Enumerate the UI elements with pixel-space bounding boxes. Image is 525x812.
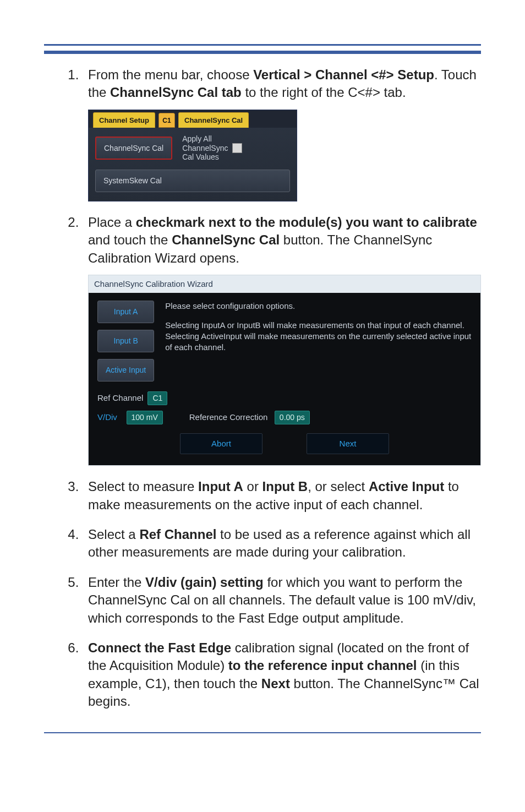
ref-channel-label: Ref Channel (97, 393, 143, 404)
wizard-instructions: Please select configuration options. Sel… (165, 301, 472, 382)
step5-bold1: V/div (gain) setting (145, 575, 264, 590)
step2-bold1: checkmark next to the module(s) you want… (136, 215, 477, 230)
step4-bold1: Ref Channel (139, 527, 216, 542)
systemskew-cal-button[interactable]: SystemSkew Cal (95, 170, 290, 192)
next-button[interactable]: Next (307, 433, 389, 454)
step2-prefix: Place a (88, 215, 136, 230)
tab-channelsync-cal[interactable]: ChannelSync Cal (178, 112, 249, 128)
tab-row: Channel Setup C1 ChannelSync Cal (89, 110, 297, 128)
step6-bold1: Connect the Fast Edge (88, 640, 231, 655)
step6-bold2: to the reference input channel (228, 658, 417, 673)
step4-prefix: Select a (88, 527, 139, 542)
wizard-line2: Selecting InputA or InputB will make mea… (165, 320, 472, 331)
ref-channel-value[interactable]: C1 (147, 391, 167, 405)
tab-c1[interactable]: C1 (158, 113, 175, 128)
apply-all-label-1: Apply All (182, 134, 228, 144)
step2-bold2: ChannelSync Cal (172, 232, 280, 247)
channelsync-cal-button[interactable]: ChannelSync Cal (95, 137, 172, 160)
wizard-title: ChannelSync Calibration Wizard (89, 275, 480, 293)
step3-mid2: , or select (308, 479, 369, 494)
step3-bold3: Active Input (369, 479, 444, 494)
step1-bold1: Vertical > Channel <#> Setup (253, 67, 434, 82)
tab-channel-setup[interactable]: Channel Setup (93, 112, 155, 128)
step1-prefix: From the menu bar, choose (88, 67, 253, 82)
page-bottom-rule (44, 732, 481, 765)
refcorr-value[interactable]: 0.00 ps (275, 411, 310, 424)
step-4: Select a Ref Channel to be used as a ref… (83, 526, 481, 562)
step1-bold2: ChannelSync Cal tab (110, 85, 242, 100)
page-top-rule (44, 44, 481, 54)
active-input-button[interactable]: Active Input (97, 359, 154, 382)
step2-mid1: and touch the (88, 232, 172, 247)
step-3: Select to measure Input A or Input B, or… (83, 478, 481, 514)
apply-all-label-2: ChannelSync (182, 144, 228, 153)
screenshot-channelsync-panel: Channel Setup C1 ChannelSync Cal Channel… (88, 110, 297, 201)
step6-bold3: Next (261, 676, 290, 691)
vdiv-label: V/Div (97, 412, 117, 422)
step-1: From the menu bar, choose Vertical > Cha… (83, 66, 481, 201)
step3-prefix: Select to measure (88, 479, 198, 494)
abort-button[interactable]: Abort (180, 433, 262, 454)
step3-mid1: or (243, 479, 262, 494)
apply-all-checkbox-box[interactable] (232, 143, 242, 153)
step-6: Connect the Fast Edge calibration signal… (83, 639, 481, 711)
apply-all-checkbox[interactable]: Apply All ChannelSync Cal Values (182, 134, 242, 162)
step-5: Enter the V/div (gain) setting for which… (83, 574, 481, 627)
vdiv-value[interactable]: 100 mV (127, 411, 163, 424)
step3-bold1: Input A (198, 479, 243, 494)
step-2: Place a checkmark next to the module(s) … (83, 214, 481, 466)
input-b-button[interactable]: Input B (97, 330, 154, 352)
screenshot-wizard: ChannelSync Calibration Wizard Input A I… (88, 275, 481, 466)
step3-bold2: Input B (262, 479, 308, 494)
step1-suffix: to the right of the C<#> tab. (242, 85, 406, 100)
apply-all-label-3: Cal Values (182, 152, 228, 162)
refcorr-label: Reference Correction (189, 412, 268, 422)
step5-prefix: Enter the (88, 575, 145, 590)
input-a-button[interactable]: Input A (97, 301, 154, 323)
wizard-line3: Selecting ActiveInput will make measurem… (165, 331, 472, 353)
wizard-line1: Please select configuration options. (165, 301, 472, 312)
